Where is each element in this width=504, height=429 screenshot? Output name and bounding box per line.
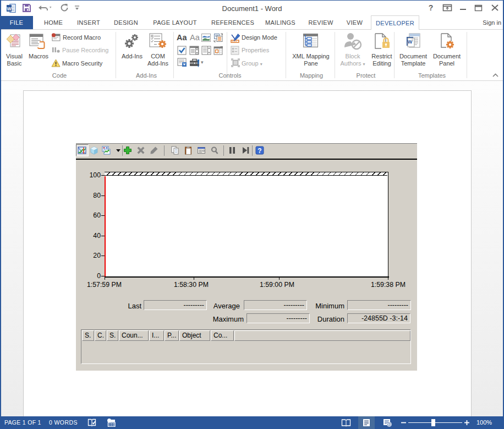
svg-text:W: W — [408, 39, 413, 45]
svg-text:W: W — [7, 6, 12, 12]
svg-text:?: ? — [429, 3, 434, 12]
svg-text:?: ? — [258, 147, 261, 155]
